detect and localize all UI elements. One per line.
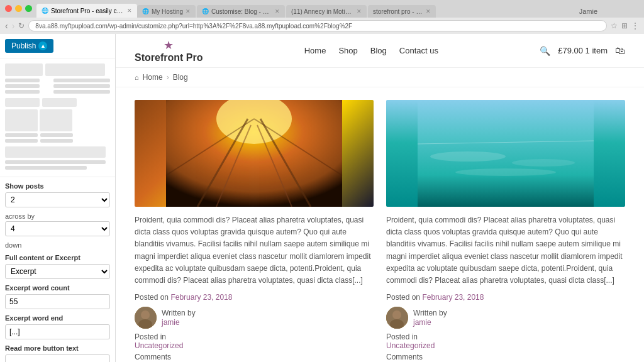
- user-label: Jamie: [579, 8, 600, 18]
- post-excerpt-1: Proident, quia commodi dis? Placeat alia…: [135, 214, 374, 287]
- minimize-button[interactable]: [15, 5, 22, 12]
- address-bar-row: ‹ › ↻ 8va.a88.myftpupload.com/wp-admin/c…: [0, 18, 644, 34]
- breadcrumb-separator: ›: [167, 73, 169, 82]
- preview-thumbnails: [0, 58, 115, 177]
- breadcrumb: ⌂ Home › Blog: [116, 68, 644, 87]
- blog-post-2: Proident, quia commodi dis? Placeat alia…: [386, 100, 625, 362]
- posted-in-label-1: Posted in: [135, 332, 166, 341]
- tab-inactive-2[interactable]: 🌐 Customise: Blog - Pootlepress... ✕: [197, 5, 285, 18]
- post-date-link-1[interactable]: February 23, 2018: [170, 293, 232, 302]
- tab-label-2: My Hosting: [152, 8, 183, 15]
- read-more-input[interactable]: [5, 354, 110, 362]
- posted-in-label-2: Posted in: [386, 332, 418, 341]
- publish-badge: ▲: [38, 41, 47, 50]
- tab-inactive-3[interactable]: (11) Annecy in Motion - 4K -... ✕: [286, 5, 367, 18]
- close-button[interactable]: [5, 5, 12, 12]
- maximize-button[interactable]: [25, 5, 32, 12]
- written-by-label-2: Written by: [413, 309, 447, 317]
- address-input[interactable]: 8va.a88.myftpupload.com/wp-admin/customi…: [28, 20, 607, 31]
- publish-label: Publish: [11, 41, 36, 50]
- ocean-image-svg: [386, 100, 625, 207]
- tab-close-icon[interactable]: ✕: [127, 8, 132, 14]
- traffic-lights: [5, 5, 32, 12]
- svg-point-13: [512, 159, 575, 167]
- svg-point-17: [392, 310, 401, 319]
- tab-close-icon-3[interactable]: ✕: [275, 8, 280, 14]
- show-posts-select[interactable]: 2 3 4: [5, 192, 110, 207]
- posted-on-label-1: Posted on: [135, 293, 169, 302]
- post-excerpt-2: Proident, quia commodi dis? Placeat alia…: [386, 214, 625, 287]
- author-row-1: Written by jamie: [135, 307, 374, 329]
- tab-active[interactable]: 🌐 Storefront Pro - easily custo... ✕: [36, 4, 137, 18]
- tab-label-4: (11) Annecy in Motion - 4K -...: [291, 8, 354, 15]
- category-link-2[interactable]: Uncategorized: [386, 341, 435, 350]
- site-header: ★ Storefront Pro Home Shop Blog Contact …: [116, 34, 644, 68]
- search-icon[interactable]: 🔍: [540, 46, 550, 56]
- browser-chrome: 🌐 Storefront Pro - easily custo... ✕ 🌐 M…: [0, 0, 644, 34]
- author-info-1: Written by jamie: [162, 309, 196, 327]
- tab-close-icon-2[interactable]: ✕: [186, 8, 191, 14]
- tab-favicon-2: 🌐: [142, 8, 149, 14]
- tab-favicon: 🌐: [42, 8, 48, 14]
- nav-home[interactable]: Home: [304, 46, 326, 55]
- site-logo: ★ Storefront Pro: [135, 38, 203, 63]
- down-label: down: [5, 241, 110, 249]
- across-by-label: across by: [5, 212, 110, 220]
- preview-block-1: [5, 63, 43, 76]
- tab-label-3: Customise: Blog - Pootlepress...: [211, 8, 272, 15]
- tab-inactive-1[interactable]: 🌐 My Hosting ✕: [137, 5, 196, 18]
- site-nav: Home Shop Blog Contact us: [304, 46, 438, 55]
- avatar-image-2: [386, 307, 408, 329]
- extensions-icon[interactable]: ⊞: [621, 21, 628, 30]
- breadcrumb-home[interactable]: Home: [143, 73, 163, 82]
- blog-content: Proident, quia commodi dis? Placeat alia…: [116, 87, 644, 362]
- publish-button[interactable]: Publish ▲: [5, 39, 53, 53]
- author-row-2: Written by jamie: [386, 307, 625, 329]
- address-text: 8va.a88.myftpupload.com/wp-admin/customi…: [35, 23, 352, 30]
- nav-blog[interactable]: Blog: [370, 46, 387, 55]
- home-icon: ⌂: [135, 74, 139, 81]
- author-link-2[interactable]: jamie: [413, 318, 431, 327]
- arch-image-svg: [135, 100, 374, 207]
- tab-inactive-4[interactable]: storefront pro - Just anothe... ✕: [368, 5, 436, 18]
- post-date-link-2[interactable]: February 23, 2018: [422, 293, 484, 302]
- show-posts-label: Show posts: [5, 182, 110, 190]
- back-icon[interactable]: ‹: [5, 21, 8, 31]
- author-link-1[interactable]: jamie: [162, 318, 180, 327]
- tab-close-icon-5[interactable]: ✕: [426, 8, 431, 14]
- post-image-2: [386, 100, 625, 207]
- preview-block-2: [45, 63, 105, 76]
- customizer-panel: Publish ▲: [0, 34, 116, 362]
- avatar-image-1: [135, 307, 157, 329]
- read-more-label: Read more button text: [5, 344, 110, 352]
- cart-area: 🔍 £79.00 1 item 🛍: [540, 45, 625, 57]
- preview-area: ★ Storefront Pro Home Shop Blog Contact …: [116, 34, 644, 362]
- across-by-select[interactable]: 4 2 3: [5, 221, 110, 236]
- forward-icon[interactable]: ›: [12, 21, 15, 31]
- category-link-1[interactable]: Uncategorized: [135, 341, 183, 350]
- breadcrumb-current: Blog: [173, 73, 188, 82]
- full-content-select[interactable]: Excerpt Full content: [5, 264, 110, 279]
- written-by-label-1: Written by: [162, 309, 196, 317]
- svg-point-14: [455, 168, 556, 176]
- svg-point-9: [141, 310, 150, 319]
- excerpt-word-end-label: Excerpt word end: [5, 314, 110, 322]
- full-content-label: Full content or Excerpt: [5, 254, 110, 261]
- bookmark-icon[interactable]: ☆: [611, 21, 618, 30]
- nav-contact[interactable]: Contact us: [399, 46, 438, 55]
- excerpt-word-end-input[interactable]: [5, 324, 110, 339]
- tab-favicon-3: 🌐: [202, 8, 209, 14]
- menu-icon[interactable]: ⋮: [631, 21, 639, 30]
- author-avatar-2: [386, 307, 408, 329]
- logo-text: Storefront Pro: [135, 52, 203, 63]
- refresh-icon[interactable]: ↻: [18, 21, 25, 30]
- posted-on-label-2: Posted on: [386, 293, 420, 302]
- excerpt-word-count-input[interactable]: [5, 294, 110, 309]
- tab-close-icon-4[interactable]: ✕: [357, 8, 362, 14]
- author-info-2: Written by jamie: [413, 309, 447, 327]
- post-date-2: Posted on February 23, 2018: [386, 293, 625, 302]
- cart-price: £79.00 1 item: [558, 46, 608, 55]
- customizer-header: Publish ▲: [0, 34, 115, 58]
- cart-icon[interactable]: 🛍: [615, 45, 625, 57]
- nav-shop[interactable]: Shop: [338, 46, 357, 55]
